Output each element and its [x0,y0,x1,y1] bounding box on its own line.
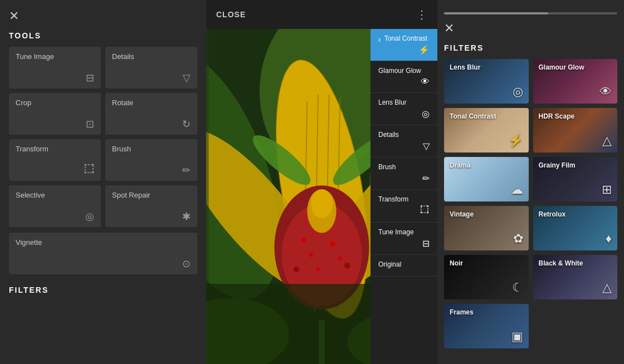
dropdown-item-original[interactable]: Original [370,255,437,277]
filter-retrolux-label: Retrolux [539,210,612,218]
dropdown-transform-label: Transform [378,195,430,203]
filter-glamour-glow-icon: 👁 [599,85,612,99]
tool-brush[interactable]: Brush ✏ [105,139,197,181]
svg-point-22 [338,256,342,260]
tool-rotate[interactable]: Rotate ↻ [105,93,197,135]
tool-brush-label: Brush [112,145,191,153]
center-panel: CLOSE ⋮ [206,0,437,364]
tools-section-title: TOOLS [9,31,197,40]
filter-drama-icon: ☁ [511,183,523,197]
svg-point-23 [316,267,320,272]
filter-glamour-glow-label: Glamour Glow [539,63,612,71]
tool-transform-label: Transform [16,145,94,153]
filter-tonal-contrast-icon: ⚡ [508,134,523,148]
svg-point-25 [344,263,350,268]
filter-frames-label: Frames [450,308,523,316]
image-area: ‹ Tonal Contrast ⚡ Glamour Glow 👁 Lens B… [206,29,437,364]
dropdown-tonal-contrast-label: Tonal Contrast [384,35,427,42]
tool-tune-image[interactable]: Tune Image ⊟ [9,47,101,88]
more-options-icon[interactable]: ⋮ [416,8,427,21]
svg-point-38 [421,205,422,206]
lens-blur-icon: ◎ [422,109,430,119]
dropdown-lens-blur-label: Lens Blur [378,99,430,106]
dropdown-item-transform[interactable]: Transform [370,190,437,223]
dropdown-glamour-glow-label: Glamour Glow [378,67,430,75]
tool-transform[interactable]: Transform [9,139,101,181]
tune-image-icon: ⊟ [86,72,94,84]
tool-details[interactable]: Details ▽ [105,47,197,88]
details-icon: ▽ [183,72,191,84]
glamour-glow-icon: 👁 [421,77,430,87]
tool-spot-repair-label: Spot Repair [112,191,191,199]
svg-point-40 [421,212,422,213]
center-close-button[interactable]: CLOSE [216,10,246,19]
filter-noir[interactable]: Noir ☾ [444,255,529,299]
filter-tonal-contrast-label: Tonal Contrast [450,112,523,120]
svg-point-41 [427,212,428,213]
filter-lens-blur-label: Lens Blur [450,63,523,71]
dropdown-item-tonal-contrast[interactable]: ‹ Tonal Contrast ⚡ [370,29,437,61]
right-close-button[interactable]: ✕ [444,21,617,36]
dropdown-tune-image-icon: ⊟ [422,238,430,249]
dropdown-item-details[interactable]: Details ▽ [370,125,437,158]
filter-vintage[interactable]: Vintage ✿ [444,206,529,250]
dropdown-brush-icon: ✏ [422,173,430,184]
svg-point-19 [301,237,306,243]
center-header: CLOSE ⋮ [206,0,437,29]
tool-selective-label: Selective [16,191,94,199]
brush-icon: ✏ [182,164,191,176]
rotate-icon: ↻ [182,118,191,130]
dropdown-transform-icon [421,205,430,217]
left-close-button[interactable]: ✕ [9,9,26,23]
tool-tune-image-label: Tune Image [16,52,94,61]
vignette-icon: ⊙ [182,258,191,270]
tool-spot-repair[interactable]: Spot Repair ✱ [105,185,197,227]
tool-selective[interactable]: Selective ◎ [9,185,101,227]
filter-black-white-label: Black & White [539,259,612,267]
filter-drama-label: Drama [450,161,523,169]
dropdown-item-lens-blur[interactable]: Lens Blur ◎ [370,93,437,125]
filter-vintage-label: Vintage [450,210,523,218]
dropdown-original-label: Original [378,260,430,268]
filter-noir-label: Noir [450,259,523,267]
tool-vignette[interactable]: Vignette ⊙ [9,233,197,274]
crop-icon: ⊡ [86,118,94,130]
svg-point-3 [85,172,86,174]
dropdown-tune-image-label: Tune Image [378,228,430,236]
tool-rotate-label: Rotate [112,99,191,107]
svg-point-4 [92,172,94,174]
filter-frames[interactable]: Frames ▣ [444,304,529,348]
svg-rect-0 [85,165,93,173]
dropdown-details-label: Details [378,131,430,139]
svg-point-21 [330,241,335,247]
svg-rect-37 [421,206,428,213]
filter-hdr-scape-icon: △ [602,134,612,148]
filter-lens-blur[interactable]: Lens Blur ◎ [444,59,529,104]
filter-tonal-contrast[interactable]: Tonal Contrast ⚡ [444,108,529,153]
filter-retrolux[interactable]: Retrolux ♦ [533,206,618,250]
filter-black-white[interactable]: Black & White △ [533,255,618,299]
dropdown-item-glamour-glow[interactable]: Glamour Glow 👁 [370,61,437,93]
dropdown-details-icon: ▽ [423,141,430,151]
spot-repair-icon: ✱ [182,210,191,223]
tool-vignette-label: Vignette [16,238,191,247]
filter-drama[interactable]: Drama ☁ [444,157,529,201]
svg-point-1 [85,164,86,166]
tools-grid: Tune Image ⊟ Details ▽ Crop ⊡ Rotate ↻ T… [9,47,197,227]
right-filters-title: FILTERS [444,43,617,52]
left-panel: ✕ TOOLS Tune Image ⊟ Details ▽ Crop ⊡ Ro… [0,0,206,364]
filter-grainy-film[interactable]: Grainy Film ⊞ [533,157,618,201]
filters-grid: Lens Blur ◎ Glamour Glow 👁 Tonal Contras… [444,59,617,348]
filter-hdr-scape-label: HDR Scape [539,112,612,120]
dropdown-item-brush[interactable]: Brush ✏ [370,158,437,190]
dropdown-item-tune-image[interactable]: Tune Image ⊟ [370,223,437,255]
filters-section-title: FILTERS [9,286,197,294]
filter-lens-blur-icon: ◎ [513,85,523,99]
tool-crop[interactable]: Crop ⊡ [9,93,101,135]
filter-hdr-scape[interactable]: HDR Scape △ [533,108,618,153]
svg-point-20 [309,253,313,257]
right-panel: ✕ FILTERS Lens Blur ◎ Glamour Glow 👁 Ton… [437,0,624,364]
svg-point-2 [92,164,94,166]
filter-glamour-glow[interactable]: Glamour Glow 👁 [533,59,618,104]
selective-icon: ◎ [85,210,94,223]
